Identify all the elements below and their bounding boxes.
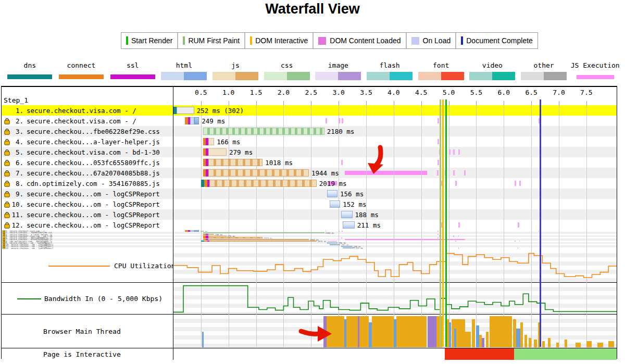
lock-icon bbox=[4, 159, 10, 166]
axis-tick-mark bbox=[476, 101, 477, 105]
request-row[interactable]: 4.secure.checkou...a-layer-helper.js166 … bbox=[2, 136, 617, 147]
axis-tick-label: 2.5 bbox=[305, 89, 317, 96]
lock-cell bbox=[3, 222, 11, 229]
step-label: Step_1 bbox=[4, 96, 28, 104]
axis-tick-label: 2.0 bbox=[278, 89, 290, 96]
main-thread-activity-bar bbox=[465, 332, 471, 347]
js-s-segment bbox=[208, 159, 263, 166]
request-row[interactable]: 5.secure.checkout.visa.com - bd-1-30279 … bbox=[2, 147, 617, 157]
request-timeline: 2180 ms bbox=[173, 126, 617, 136]
connect-swatch-icon bbox=[59, 74, 104, 79]
type-legend-item: ssl bbox=[107, 61, 158, 80]
request-type-legend: dnsconnectsslhtmljscssimageflashfontvide… bbox=[4, 61, 621, 80]
main-thread-activity-bar bbox=[490, 316, 512, 347]
main-thread-activity-bar bbox=[524, 335, 527, 347]
request-row[interactable]: 8.cdn.optimizely.com - 3541670885.js2019… bbox=[2, 178, 617, 189]
axis-tick-label: 6.0 bbox=[498, 89, 510, 96]
request-label: secure.checkou...053fc655809ffc.js bbox=[27, 159, 160, 167]
type-swatch-half bbox=[213, 72, 235, 80]
lock-cell bbox=[3, 149, 11, 156]
request-row[interactable]: 9.secure.checkou...om - logCSPReport156 … bbox=[2, 189, 617, 199]
lock-icon bbox=[4, 128, 10, 135]
dom-content-loaded-tick bbox=[539, 118, 540, 123]
request-row[interactable]: 1.secure.checkout.visa.com - /252 ms (30… bbox=[2, 105, 617, 116]
main-thread-activity-bar bbox=[538, 322, 540, 347]
request-rows: 1.secure.checkout.visa.com - /252 ms (30… bbox=[2, 105, 617, 230]
request-row[interactable]: 10.secure.checkou...om - logCSPReport152… bbox=[2, 199, 617, 209]
js-execution-bar bbox=[345, 171, 428, 175]
bandwidth-label-cell: Bandwidth In (0 - 5,000 Kbps) bbox=[2, 283, 173, 314]
dom-content-loaded-tick bbox=[438, 118, 439, 123]
request-label-cell: 8.cdn.optimizely.com - 3541670885.js bbox=[2, 178, 173, 189]
js-l-segment bbox=[208, 234, 215, 235]
dom-content-loaded-tick bbox=[326, 118, 327, 123]
axis-tick-mark bbox=[559, 101, 559, 105]
axis-tick-label: 7.0 bbox=[553, 89, 565, 96]
main-thread-activity-bar bbox=[556, 343, 559, 347]
request-row[interactable]: 6.secure.checkou...053fc655809ffc.js1018… bbox=[2, 157, 617, 168]
type-swatch-half bbox=[390, 72, 413, 80]
dom-content-loaded-marker-icon bbox=[318, 37, 326, 45]
axis-tick-mark bbox=[283, 101, 284, 105]
request-number: 10. bbox=[11, 200, 23, 208]
dom-content-loaded-tick bbox=[438, 160, 439, 165]
request-label: cdn.optimizely.com - 3541670885.js bbox=[27, 180, 160, 187]
main-thread-activity-bar bbox=[486, 332, 488, 347]
request-label-cell: 4.secure.checkou...a-layer-helper.js bbox=[2, 136, 173, 147]
cpu-label-cell: CPU Utilization bbox=[2, 249, 173, 282]
type-legend-label: connect bbox=[67, 61, 96, 69]
type-legend-label: video bbox=[482, 61, 503, 69]
document-complete-marker-icon bbox=[461, 36, 463, 45]
page-interactive-segment bbox=[514, 348, 617, 360]
xhr-segment bbox=[327, 242, 338, 243]
type-swatch-half bbox=[544, 72, 567, 80]
type-legend-item: js bbox=[210, 61, 261, 80]
document-complete-line-header-tick bbox=[540, 99, 541, 105]
lock-icon bbox=[4, 222, 10, 229]
lock-cell bbox=[3, 211, 11, 218]
main-thread-activity-bar bbox=[534, 340, 536, 347]
request-row[interactable]: 7.secure.checkou...67a20704085b88.js1944… bbox=[2, 168, 617, 178]
axis-tick-label: 0.5 bbox=[195, 89, 207, 96]
request-timeline: 156 ms bbox=[173, 189, 617, 199]
js-execution-swatch-icon bbox=[577, 75, 614, 79]
main-thread-activity-bar bbox=[597, 343, 603, 347]
image-swatch-icon bbox=[315, 72, 361, 80]
type-swatch-half bbox=[367, 72, 390, 80]
request-row[interactable]: 11.secure.checkou...om - logCSPReport188… bbox=[2, 209, 617, 220]
lock-cell bbox=[3, 180, 11, 187]
waterfall-table: Step_1 0.51.01.52.02.53.03.54.04.55.05.5… bbox=[1, 86, 617, 359]
request-row[interactable]: 2.secure.checkout.visa.com - /249 ms bbox=[2, 116, 617, 126]
request-row[interactable]: 3.secure.checkou...fbe06228ef29e.css2180… bbox=[2, 126, 617, 136]
dom-content-loaded-tick bbox=[455, 181, 457, 186]
type-legend-label: css bbox=[281, 61, 293, 69]
dom-content-loaded-tick bbox=[342, 118, 343, 123]
html-d-segment bbox=[194, 117, 199, 124]
request-label: secure.checkou...om - logCSPReport bbox=[27, 221, 160, 229]
type-legend-label: dns bbox=[24, 61, 36, 69]
main-thread-activity-bar bbox=[516, 329, 520, 347]
dom-content-loaded-tick bbox=[453, 149, 455, 155]
dom-interactive-marker-icon bbox=[250, 36, 252, 45]
request-label: secure.checkou...om - logCSPReport bbox=[27, 200, 160, 208]
main-thread-activity-bar bbox=[586, 341, 592, 347]
request-time-annotation: 156 ms bbox=[340, 190, 364, 198]
axis-tick-mark bbox=[531, 101, 532, 105]
page-interactive-section: Page is Interactive bbox=[2, 348, 617, 360]
main-thread-activity-bar bbox=[472, 319, 475, 347]
type-legend-label: other bbox=[533, 61, 554, 69]
type-legend-item: dns bbox=[4, 61, 56, 80]
axis-tick-label: 4.5 bbox=[415, 89, 427, 96]
axis-tick-mark bbox=[366, 101, 367, 105]
request-time-annotation: 152 ms bbox=[343, 200, 366, 208]
request-row[interactable]: 12.secure.checkou...om - logCSPReport211… bbox=[2, 220, 617, 230]
lock-cell bbox=[3, 118, 11, 124]
js-s-segment bbox=[208, 237, 263, 238]
request-label: secure.checkou...om - logCSPReport bbox=[27, 190, 160, 198]
request-number: 8. bbox=[11, 180, 23, 187]
request-time-annotation: 279 ms bbox=[228, 235, 235, 237]
request-timeline: 152 ms bbox=[173, 199, 617, 209]
request-label-cell: 3.secure.checkou...fbe06228ef29e.css bbox=[2, 126, 173, 136]
request-label: secure.checkou...a-layer-helper.js bbox=[27, 138, 160, 146]
request-time-annotation: 152 ms bbox=[341, 244, 348, 245]
